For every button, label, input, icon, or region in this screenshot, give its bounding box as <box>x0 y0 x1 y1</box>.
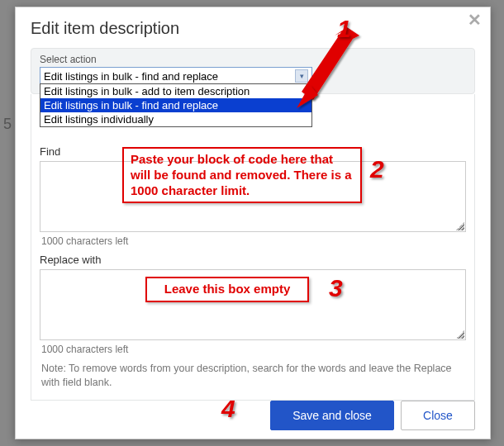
modal-title: Edit item description <box>16 7 490 43</box>
action-select-value: Edit listings in bulk - find and replace <box>44 70 218 83</box>
replace-chars-left: 1000 characters left <box>41 344 466 355</box>
replace-textarea[interactable] <box>40 269 466 340</box>
close-button[interactable]: Close <box>401 401 475 430</box>
resize-grip-icon[interactable] <box>456 330 464 339</box>
option-add-to-description[interactable]: Edit listings in bulk - add to item desc… <box>40 84 311 98</box>
background-partial-text: 5 <box>3 116 12 133</box>
find-chars-left: 1000 characters left <box>41 235 466 247</box>
find-label: Find <box>40 145 466 158</box>
note-text: Note: To remove words from your descript… <box>41 362 464 390</box>
action-select[interactable]: Edit listings in bulk - find and replace… <box>40 67 312 85</box>
resize-grip-icon[interactable] <box>456 222 464 230</box>
action-dropdown: Edit listings in bulk - add to item desc… <box>40 83 312 127</box>
replace-label: Replace with <box>40 254 466 266</box>
option-edit-individually[interactable]: Edit listings individually <box>40 112 311 126</box>
edit-panel: Find 1000 characters left Replace with 1… <box>31 94 475 401</box>
chevron-down-icon: ▾ <box>295 69 308 83</box>
close-icon[interactable]: ✕ <box>467 12 482 27</box>
find-textarea[interactable] <box>40 161 466 232</box>
select-action-label: Select action <box>40 54 466 65</box>
option-find-and-replace[interactable]: Edit listings in bulk - find and replace <box>40 98 311 112</box>
edit-description-modal: ✕ Edit item description Select action Ed… <box>15 7 491 439</box>
save-and-close-button[interactable]: Save and close <box>270 401 394 430</box>
action-bar: Select action Edit listings in bulk - fi… <box>31 48 475 94</box>
modal-footer: Save and close Close <box>270 401 475 430</box>
